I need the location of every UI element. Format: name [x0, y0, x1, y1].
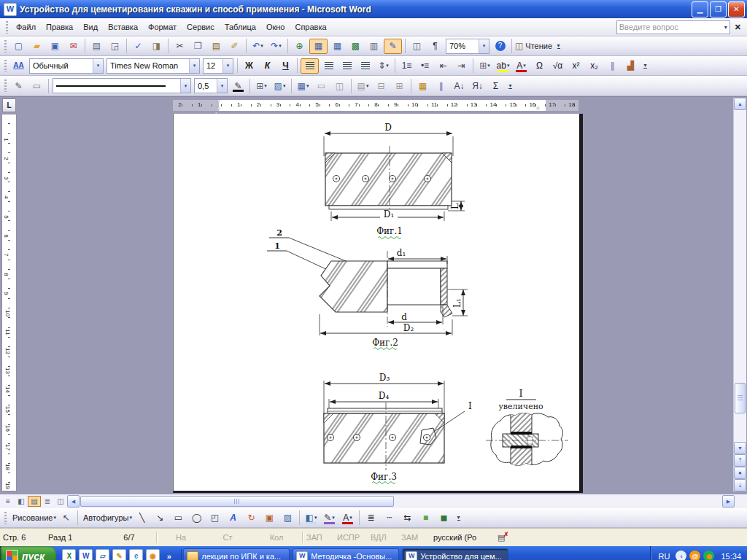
toolbar-grip[interactable]	[5, 21, 9, 34]
select-browse-object-icon[interactable]: ●	[734, 467, 746, 479]
merge-cells-icon[interactable]: ▭	[313, 78, 330, 93]
vertical-ruler[interactable]: 12345678910111213141516171819	[1, 114, 17, 491]
next-page-icon[interactable]: ⇣	[734, 479, 746, 491]
underline-icon[interactable]: Ч	[277, 58, 294, 74]
read-mode[interactable]: ◫Чтение	[515, 39, 552, 54]
table-autoformat-icon[interactable]: ▦	[414, 78, 431, 93]
restore-button[interactable]: ❐	[710, 1, 727, 18]
help-icon[interactable]: ?	[492, 39, 508, 54]
menu-view[interactable]: Вид	[78, 20, 103, 34]
increase-indent-icon[interactable]: ⇥	[453, 58, 470, 74]
chevron-down-icon[interactable]: ▾	[180, 79, 190, 93]
chevron-down-icon[interactable]: ▾	[222, 59, 233, 73]
redo-icon[interactable]: ↷▾	[268, 39, 285, 54]
toolbar-grip[interactable]	[4, 512, 7, 524]
save-icon[interactable]: ▣	[47, 39, 63, 54]
quicklaunch-media-player-icon[interactable]: ◉	[146, 549, 160, 560]
italic-icon[interactable]: К	[259, 58, 276, 74]
tab-stop-selector[interactable]: L	[2, 98, 16, 112]
document-map-icon[interactable]: ◫	[409, 39, 425, 54]
show-formatting-marks-icon[interactable]: ¶	[427, 39, 444, 54]
draw-table-icon[interactable]: ✎	[10, 78, 27, 93]
zoom-combo[interactable]: 70%▾	[446, 39, 489, 54]
web-layout-view-button[interactable]: ◧	[15, 496, 28, 507]
tray-agent-icon[interactable]: @	[689, 551, 700, 560]
vertical-scrollbar-thumb[interactable]	[735, 383, 746, 413]
quicklaunch-ie-icon[interactable]: e	[129, 549, 143, 560]
line-weight-combo[interactable]: 0,5▾	[194, 78, 228, 93]
font-color-icon[interactable]: А▾	[339, 510, 356, 526]
insert-picture-icon[interactable]: ▨	[279, 510, 296, 526]
drawing-toggle-icon[interactable]: ✎	[384, 39, 402, 54]
sort-descending-icon[interactable]: Я↓	[469, 78, 486, 93]
status-overtype[interactable]: ЗАМ	[398, 533, 430, 542]
select-objects-icon[interactable]: ↖	[58, 510, 74, 526]
undo-icon[interactable]: ↶▾	[249, 39, 266, 54]
status-rec[interactable]: ЗАП	[303, 533, 334, 542]
border-color-icon[interactable]: ✎	[230, 78, 247, 93]
highlight-icon[interactable]: ab▾	[495, 58, 511, 74]
horizontal-scrollbar-thumb[interactable]	[80, 496, 394, 507]
text-box-icon[interactable]: ◰	[206, 510, 223, 526]
status-extend[interactable]: ВДЛ	[368, 533, 398, 542]
scroll-down-icon[interactable]: ▼	[734, 442, 746, 454]
align-right-icon[interactable]	[338, 58, 355, 74]
start-button[interactable]: пуск	[0, 546, 56, 560]
line-style-icon[interactable]: ≣	[363, 510, 379, 526]
open-document-icon[interactable]: ▰	[28, 39, 45, 54]
menu-table[interactable]: Таблица	[220, 20, 261, 34]
font-color-icon[interactable]: А▾	[513, 58, 530, 74]
font-combo[interactable]: Times New Roman▾	[107, 58, 200, 74]
subscript-icon[interactable]: x₂	[586, 58, 603, 74]
chart-icon[interactable]: ▟	[622, 58, 639, 74]
columns-icon[interactable]: ▥	[365, 39, 382, 54]
hanging-indent-marker[interactable]: ▲	[216, 106, 221, 110]
insert-table-icon[interactable]: ▦	[329, 39, 346, 54]
chevron-down-icon[interactable]: ▾	[93, 59, 103, 73]
superscript-icon[interactable]: x²	[568, 58, 584, 74]
previous-page-icon[interactable]: ⇡	[734, 454, 746, 467]
distribute-columns-icon[interactable]: ⊞	[391, 78, 408, 93]
menu-insert[interactable]: Вставка	[103, 20, 143, 34]
toolbar-options-icon[interactable]: ▾	[640, 58, 650, 74]
line-color-icon[interactable]: ✎▾	[321, 510, 338, 526]
text-direction-icon[interactable]: ∥	[433, 78, 449, 93]
3d-style-icon[interactable]: ◼	[436, 510, 452, 526]
wordart-icon[interactable]: A	[225, 510, 241, 526]
taskbar-task-2[interactable]: WМетодичка -Основы...	[293, 548, 399, 560]
drawing-menu[interactable]: Рисование▾	[10, 510, 56, 526]
chevron-down-icon[interactable]: ▾	[479, 39, 489, 53]
chevron-down-icon[interactable]: ▾	[189, 59, 199, 73]
quicklaunch-overflow-icon[interactable]: »	[163, 550, 175, 560]
justify-icon[interactable]	[357, 58, 374, 74]
arrow-style-icon[interactable]: ⇆	[399, 510, 416, 526]
style-combo[interactable]: Обычный▾	[29, 58, 104, 74]
dash-style-icon[interactable]: ┄	[381, 510, 398, 526]
styles-and-formatting-icon[interactable]: АА	[10, 58, 27, 74]
scroll-left-icon[interactable]: ◀	[67, 495, 80, 508]
scroll-up-icon[interactable]: ▲	[734, 98, 746, 110]
numbered-list-icon[interactable]: 1≡	[398, 58, 415, 74]
print-preview-icon[interactable]: ◲	[107, 39, 123, 54]
toolbar-grip[interactable]	[4, 79, 7, 92]
align-center-icon[interactable]	[320, 58, 337, 74]
scroll-right-icon[interactable]: ▶	[722, 495, 735, 508]
new-document-icon[interactable]: ▢	[10, 39, 27, 54]
status-track-changes[interactable]: ИСПР	[334, 533, 368, 542]
line-spacing-icon[interactable]: ⇕▾	[375, 58, 392, 74]
close-document-icon[interactable]: ✕	[735, 23, 741, 32]
insert-hyperlink-icon[interactable]: ⊕	[291, 39, 308, 54]
print-layout-view-button[interactable]: ▤	[28, 496, 41, 507]
font-size-combo[interactable]: 12▾	[203, 58, 233, 74]
bold-icon[interactable]: Ж	[241, 58, 258, 74]
quicklaunch-pencil-icon[interactable]: ✎	[112, 549, 126, 560]
taskbar-task-3[interactable]: WУстройство для цем...	[402, 548, 508, 560]
arrow-icon[interactable]: ↘	[152, 510, 169, 526]
research-icon[interactable]: ◨	[148, 39, 165, 54]
taskbar-task-1[interactable]: лекции по ИПК и ка...	[183, 548, 290, 560]
quicklaunch-word-icon[interactable]: W	[79, 549, 93, 560]
decrease-indent-icon[interactable]: ⇤	[435, 58, 452, 74]
autoshapes-menu[interactable]: Автофигуры▾	[81, 510, 132, 526]
borders-icon[interactable]: ⊞▾	[253, 78, 270, 93]
cut-icon[interactable]: ✂	[171, 39, 188, 54]
